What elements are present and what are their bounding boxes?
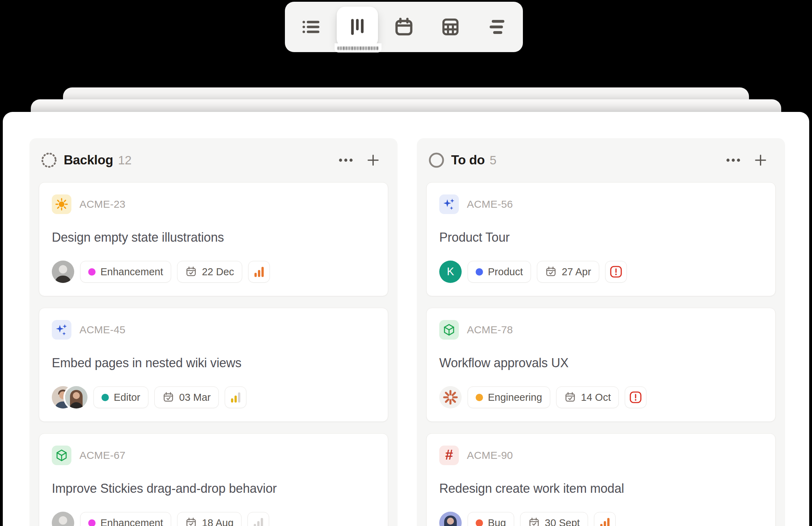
label-text: Product — [488, 266, 523, 278]
due-date-text: 18 Aug — [202, 517, 233, 526]
priority-high-bars-icon — [599, 517, 611, 526]
work-item-id: ACME-45 — [79, 324, 125, 336]
label-badge[interactable]: Enhancement — [80, 512, 171, 526]
calendar-check-icon — [545, 266, 557, 278]
priority-badge[interactable] — [594, 512, 616, 526]
app-main-panel: Backlog 12 — [3, 112, 809, 526]
label-dot — [88, 268, 96, 276]
work-item-title: Design empty state illustrations — [52, 230, 375, 245]
work-item-card[interactable]: ACME-23 Design empty state illustrations… — [39, 182, 388, 296]
priority-none-bars-icon — [252, 517, 264, 526]
work-item-card[interactable]: ACME-78 Workflow approvals UX — [426, 308, 776, 422]
label-dot — [102, 394, 109, 401]
priority-badge[interactable] — [248, 261, 270, 283]
assignee-avatar-initial: K — [439, 261, 462, 283]
label-dot — [476, 519, 483, 526]
label-dot — [476, 394, 483, 401]
column-title: Backlog — [64, 153, 113, 168]
assignee-avatar — [52, 261, 74, 283]
due-date-badge[interactable]: 14 Oct — [556, 386, 619, 408]
hash-icon: # — [439, 446, 459, 465]
cutoff-tooltip — [335, 43, 382, 52]
work-item-title: Redesign create work item modal — [439, 481, 763, 496]
label-text: Bug — [488, 517, 506, 526]
due-date-text: 22 Dec — [202, 266, 234, 278]
label-text: Engineering — [488, 392, 542, 403]
column-todo-cards: ACME-56 Product Tour K Product — [417, 182, 785, 526]
sun-icon — [52, 194, 71, 214]
urgent-priority-icon — [609, 265, 623, 279]
label-dot — [88, 519, 96, 526]
cube-icon — [439, 320, 459, 340]
assignee-avatar — [52, 512, 74, 526]
kanban-board: Backlog 12 — [29, 138, 785, 526]
assignee-avatar — [65, 386, 88, 408]
chart-view-icon — [486, 16, 508, 38]
priority-medium-bars-icon — [230, 391, 241, 404]
label-badge[interactable]: Bug — [468, 512, 514, 526]
work-item-id: ACME-78 — [467, 324, 513, 336]
cutoff-tooltip-text — [337, 47, 379, 50]
backlog-status-icon — [39, 150, 59, 170]
work-item-card[interactable]: ACME-67 Improve Stickies drag-and-drop b… — [39, 433, 388, 526]
table-view-button[interactable] — [427, 2, 474, 52]
priority-badge[interactable] — [625, 386, 646, 408]
work-item-title: Product Tour — [439, 230, 763, 245]
label-text: Editor — [114, 392, 140, 403]
label-badge[interactable]: Editor — [93, 386, 148, 408]
work-item-id: ACME-56 — [467, 198, 513, 210]
priority-high-bars-icon — [253, 265, 265, 278]
sparkles-icon — [439, 194, 459, 214]
due-date-badge[interactable]: 03 Mar — [154, 386, 219, 408]
column-backlog-cards: ACME-23 Design empty state illustrations… — [29, 182, 398, 526]
chart-view-button[interactable] — [474, 2, 520, 52]
work-item-id: ACME-90 — [467, 449, 513, 461]
due-date-text: 14 Oct — [581, 392, 611, 403]
column-add-button[interactable] — [751, 150, 770, 170]
urgent-priority-icon — [629, 390, 643, 404]
due-date-badge[interactable]: 22 Dec — [177, 261, 242, 283]
column-more-button[interactable] — [336, 150, 356, 170]
column-todo: To do 5 — [417, 138, 785, 526]
due-date-badge[interactable]: 30 Sept — [520, 512, 588, 526]
work-item-title: Improve Stickies drag-and-drop behavior — [52, 481, 375, 496]
priority-badge[interactable] — [247, 512, 269, 526]
due-date-text: 27 Apr — [562, 266, 591, 278]
label-badge[interactable]: Product — [468, 261, 531, 283]
work-item-title: Workflow approvals UX — [439, 356, 763, 370]
work-item-id: ACME-23 — [79, 198, 125, 210]
column-more-button[interactable] — [723, 150, 743, 170]
column-todo-header: To do 5 — [417, 138, 785, 182]
priority-badge[interactable] — [225, 386, 246, 408]
priority-badge[interactable] — [605, 261, 627, 283]
column-add-button[interactable] — [363, 150, 383, 170]
label-text: Enhancement — [100, 266, 163, 278]
assignee-avatar — [439, 512, 462, 526]
calendar-check-icon — [162, 391, 174, 403]
due-date-text: 03 Mar — [179, 392, 211, 403]
column-backlog: Backlog 12 — [29, 138, 398, 526]
column-backlog-header: Backlog 12 — [29, 138, 398, 182]
calendar-check-icon — [564, 391, 576, 403]
due-date-badge[interactable]: 18 Aug — [177, 512, 241, 526]
todo-status-icon — [427, 150, 446, 170]
calendar-check-icon — [185, 517, 197, 526]
view-switcher-toolbar — [285, 2, 523, 52]
label-badge[interactable]: Engineering — [468, 386, 550, 408]
cube-icon — [52, 446, 71, 465]
work-item-card[interactable]: ACME-45 Embed pages in nested wiki views — [39, 308, 388, 422]
list-view-button[interactable] — [288, 2, 334, 52]
work-item-id: ACME-67 — [79, 449, 125, 461]
board-view-selected-card — [337, 7, 378, 47]
assignee-avatar-group — [52, 386, 88, 408]
calendar-view-button[interactable] — [381, 2, 427, 52]
work-item-card[interactable]: # ACME-90 Redesign create work item moda… — [426, 433, 776, 526]
column-count: 5 — [490, 153, 496, 167]
calendar-view-icon — [393, 16, 415, 38]
list-view-icon — [300, 16, 322, 38]
work-item-card[interactable]: ACME-56 Product Tour K Product — [426, 182, 776, 296]
label-badge[interactable]: Enhancement — [80, 261, 171, 283]
label-text: Enhancement — [100, 517, 163, 526]
due-date-badge[interactable]: 27 Apr — [537, 261, 599, 283]
work-item-title: Embed pages in nested wiki views — [52, 356, 375, 370]
